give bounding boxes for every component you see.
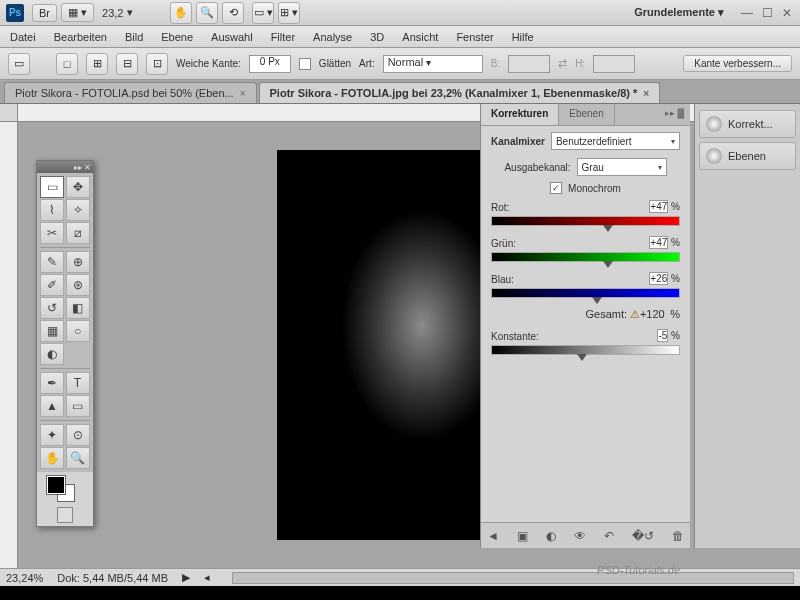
tab-ebenen[interactable]: Ebenen [559, 104, 614, 125]
expand-icon[interactable]: ▣ [517, 529, 528, 543]
info-arrow-icon[interactable]: ▶ [182, 571, 190, 584]
close-icon[interactable]: ✕ [780, 6, 794, 20]
move-tool[interactable]: ✥ [66, 176, 90, 198]
path-select-tool[interactable]: ▲ [40, 395, 64, 417]
close-tab-icon[interactable]: × [643, 88, 649, 99]
prev-icon[interactable]: �↺ [632, 529, 654, 543]
gradient-tool[interactable]: ▦ [40, 320, 64, 342]
healing-tool[interactable]: ⊕ [66, 251, 90, 273]
layout-button[interactable]: ▦ ▾ [61, 3, 94, 22]
foreground-color[interactable] [47, 476, 65, 494]
green-slider[interactable] [491, 252, 680, 262]
zoom-display[interactable]: 23,2 ▾ [102, 6, 162, 19]
feather-input[interactable]: 0 Px [249, 55, 291, 73]
total-label: Gesamt: ⚠+120 % [491, 308, 680, 321]
brush-tool[interactable]: ✐ [40, 274, 64, 296]
scroll-left-icon[interactable]: ◂ [204, 571, 210, 584]
menu-3d[interactable]: 3D [370, 31, 384, 43]
preset-select[interactable]: Benutzerdefiniert [551, 132, 680, 150]
menu-auswahl[interactable]: Auswahl [211, 31, 253, 43]
red-slider[interactable] [491, 216, 680, 226]
bridge-button[interactable]: Br [32, 4, 57, 22]
menu-ansicht[interactable]: Ansicht [402, 31, 438, 43]
refine-edge-button[interactable]: Kante verbessern... [683, 55, 792, 72]
clip-icon[interactable]: ◐ [546, 529, 556, 543]
antialias-checkbox[interactable] [299, 58, 311, 70]
type-tool[interactable]: T [66, 372, 90, 394]
zoom-level[interactable]: 23,24% [6, 572, 43, 584]
menu-datei[interactable]: Datei [10, 31, 36, 43]
zoom-tool-icon[interactable]: 🔍 [196, 2, 218, 24]
output-channel-label: Ausgabekanal: [504, 162, 570, 173]
menu-bearbeiten[interactable]: Bearbeiten [54, 31, 107, 43]
output-channel-select[interactable]: Grau [577, 158, 667, 176]
swap-icon: ⇄ [558, 57, 567, 70]
menu-analyse[interactable]: Analyse [313, 31, 352, 43]
dock-ebenen[interactable]: Ebenen [699, 142, 796, 170]
wand-tool[interactable]: ✧ [66, 199, 90, 221]
menu-fenster[interactable]: Fenster [456, 31, 493, 43]
selection-new-icon[interactable]: □ [56, 53, 78, 75]
menu-bild[interactable]: Bild [125, 31, 143, 43]
marquee-tool-preset-icon[interactable]: ▭ [8, 53, 30, 75]
selection-subtract-icon[interactable]: ⊟ [116, 53, 138, 75]
menu-ebene[interactable]: Ebene [161, 31, 193, 43]
zoom-tool[interactable]: 🔍 [66, 447, 90, 469]
maximize-icon[interactable]: ☐ [760, 6, 774, 20]
eraser-tool[interactable]: ◧ [66, 297, 90, 319]
trash-icon[interactable]: 🗑 [672, 529, 684, 543]
shape-tool[interactable]: ▭ [66, 395, 90, 417]
ruler-origin[interactable] [0, 104, 18, 122]
watermark: PSD-Tutorials.de [597, 564, 680, 576]
workspace-switcher[interactable]: Grundelemente ▾ [634, 6, 724, 19]
rotate-view-icon[interactable]: ⟲ [222, 2, 244, 24]
selection-intersect-icon[interactable]: ⊡ [146, 53, 168, 75]
hand-tool[interactable]: ✋ [40, 447, 64, 469]
toolbox-header[interactable]: ▸▸✕ [37, 161, 93, 173]
minimize-icon[interactable]: — [740, 6, 754, 20]
panel-menu-icon[interactable]: ▸▸ ▓ [659, 104, 690, 125]
tab-document-1[interactable]: Piotr Sikora - FOTOLIA.psd bei 50% (Eben… [4, 82, 257, 103]
tab-document-2[interactable]: Piotr Sikora - FOTOLIA.jpg bei 23,2% (Ka… [259, 82, 661, 103]
selection-add-icon[interactable]: ⊞ [86, 53, 108, 75]
3d-tool[interactable]: ✦ [40, 424, 64, 446]
tab-korrekturen[interactable]: Korrekturen [481, 104, 559, 125]
scrollbar-horizontal[interactable] [232, 572, 794, 584]
menu-filter[interactable]: Filter [271, 31, 295, 43]
stamp-tool[interactable]: ⊛ [66, 274, 90, 296]
height-label: H: [575, 58, 585, 69]
crop-tool[interactable]: ✂ [40, 222, 64, 244]
constant-value[interactable]: -5 [657, 329, 668, 342]
red-value[interactable]: +47 [649, 200, 668, 213]
blue-slider[interactable] [491, 288, 680, 298]
marquee-tool[interactable]: ▭ [40, 176, 64, 198]
dock-korrekturen[interactable]: Korrekt... [699, 110, 796, 138]
eye-icon[interactable]: 👁 [574, 529, 586, 543]
green-label: Grün: [491, 238, 516, 249]
document-tabs: Piotr Sikora - FOTOLIA.psd bei 50% (Eben… [0, 80, 800, 104]
arrange-icon[interactable]: ⊞ ▾ [278, 2, 300, 24]
style-select[interactable]: Normal ▾ [383, 55, 483, 73]
ruler-vertical[interactable] [0, 122, 18, 568]
close-tab-icon[interactable]: × [240, 88, 246, 99]
blur-tool[interactable]: ○ [66, 320, 90, 342]
back-icon[interactable]: ◄ [487, 529, 499, 543]
screen-mode-icon[interactable]: ▭ ▾ [252, 2, 274, 24]
blue-value[interactable]: +26 [649, 272, 668, 285]
green-value[interactable]: +47 [649, 236, 668, 249]
constant-slider[interactable] [491, 345, 680, 355]
monochrome-checkbox[interactable]: ✓ [550, 182, 562, 194]
color-swatches[interactable] [37, 472, 93, 504]
pen-tool[interactable]: ✒ [40, 372, 64, 394]
quickmask-icon[interactable] [57, 507, 73, 523]
doc-info[interactable]: Dok: 5,44 MB/5,44 MB [57, 572, 168, 584]
lasso-tool[interactable]: ⌇ [40, 199, 64, 221]
dodge-tool[interactable]: ◐ [40, 343, 64, 365]
hand-tool-icon[interactable]: ✋ [170, 2, 192, 24]
menu-hilfe[interactable]: Hilfe [512, 31, 534, 43]
3d-camera-tool[interactable]: ⊙ [66, 424, 90, 446]
slice-tool[interactable]: ⧄ [66, 222, 90, 244]
history-brush-tool[interactable]: ↺ [40, 297, 64, 319]
reset-icon[interactable]: ↶ [604, 529, 614, 543]
eyedropper-tool[interactable]: ✎ [40, 251, 64, 273]
